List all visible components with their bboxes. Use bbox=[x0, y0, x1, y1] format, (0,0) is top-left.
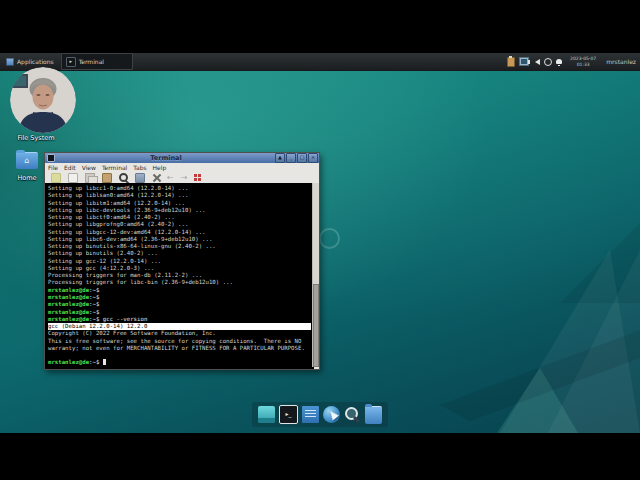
terminal-scrollbar[interactable] bbox=[312, 183, 319, 367]
desktop-icon-file-system[interactable]: File System bbox=[6, 134, 66, 142]
prompt-suffix: :~$ bbox=[89, 287, 99, 293]
back-icon[interactable]: ← bbox=[167, 174, 174, 182]
terminal-line: Setting up libgprofng0:amd64 (2.40-2) ..… bbox=[48, 221, 314, 228]
prompt-suffix: :~$ bbox=[89, 309, 99, 315]
applications-icon bbox=[6, 58, 14, 66]
desktop-icon-home[interactable]: Home bbox=[6, 174, 48, 182]
terminal-line: Setting up binutils (2.40-2) ... bbox=[48, 250, 314, 257]
terminal-line: mrstanlez@de:~$ bbox=[48, 359, 314, 366]
terminal-line: Setting up libc-devtools (2.36-9+deb12u1… bbox=[48, 207, 314, 214]
terminal-line: mrstanlez@de:~$ bbox=[48, 287, 314, 294]
prompt-user: mrstanlez@de bbox=[48, 294, 89, 300]
terminal-line: Setting up libgcc-12-dev:amd64 (12.2.0-1… bbox=[48, 229, 314, 236]
show-desktop-icon[interactable] bbox=[258, 406, 275, 423]
terminal-window: Terminal ▲ _ □ × FileEditViewTerminalTab… bbox=[44, 152, 320, 370]
terminal-cursor bbox=[103, 359, 106, 365]
terminal-line: mrstanlez@de:~$ bbox=[48, 301, 314, 308]
home-folder-icon[interactable]: ⌂ bbox=[16, 152, 38, 169]
scrollbar-thumb[interactable] bbox=[313, 284, 319, 367]
power-manager-icon[interactable] bbox=[544, 58, 552, 66]
clock[interactable]: 2023-05-07 01:33 bbox=[570, 56, 596, 66]
dock: ▸_ bbox=[252, 402, 388, 427]
prompt-user: mrstanlez@de bbox=[48, 359, 89, 365]
web-browser-icon[interactable] bbox=[323, 406, 340, 423]
quit-icon[interactable] bbox=[194, 174, 202, 182]
terminal-line: Setting up libcc1-0:amd64 (12.2.0-14) ..… bbox=[48, 185, 314, 192]
menu-file[interactable]: File bbox=[45, 164, 61, 171]
clipboard-icon[interactable] bbox=[507, 57, 515, 67]
panel-username: mrstanlez bbox=[606, 58, 636, 65]
notifications-icon[interactable] bbox=[556, 59, 562, 64]
forward-icon[interactable]: → bbox=[181, 174, 188, 182]
prompt-suffix: :~$ bbox=[89, 316, 99, 322]
copy-icon[interactable] bbox=[85, 173, 95, 183]
letterbox-bottom bbox=[0, 433, 640, 480]
window-icon bbox=[47, 154, 55, 162]
text-editor-icon[interactable] bbox=[302, 406, 319, 423]
app-finder-icon[interactable] bbox=[344, 406, 361, 423]
prompt-suffix: :~$ bbox=[89, 359, 99, 365]
prompt-user: mrstanlez@de bbox=[48, 316, 89, 322]
terminal-line: gcc (Debian 12.2.0-14) 12.2.0 bbox=[48, 323, 311, 330]
window-title: Terminal bbox=[57, 154, 275, 162]
search-icon[interactable] bbox=[119, 173, 128, 182]
terminal-line: This is free software; see the source fo… bbox=[48, 338, 314, 345]
menu-tabs[interactable]: Tabs bbox=[130, 164, 149, 171]
video-frame: Applications ▸ Terminal 2023-05-07 01:33… bbox=[0, 0, 640, 480]
prompt-user: mrstanlez@de bbox=[48, 309, 89, 315]
webcam-overlay bbox=[10, 67, 76, 133]
applications-label: Applications bbox=[17, 58, 54, 65]
system-tray: 2023-05-07 01:33 mrstanlez bbox=[507, 56, 640, 66]
close-tab-icon[interactable] bbox=[152, 174, 160, 182]
terminal-line: mrstanlez@de:~$ gcc --version bbox=[48, 316, 314, 323]
webcam-video bbox=[10, 67, 76, 133]
menu-view[interactable]: View bbox=[79, 164, 99, 171]
minimize-button[interactable]: _ bbox=[286, 153, 296, 163]
prompt-user: mrstanlez@de bbox=[48, 301, 89, 307]
wallpaper-ring bbox=[319, 228, 340, 249]
terminal-line: warranty; not even for MERCHANTABILITY o… bbox=[48, 345, 314, 352]
top-panel: Applications ▸ Terminal 2023-05-07 01:33… bbox=[0, 53, 640, 71]
terminal-line: Copyright (C) 2022 Free Software Foundat… bbox=[48, 330, 314, 337]
menu-edit[interactable]: Edit bbox=[61, 164, 79, 171]
menu-help[interactable]: Help bbox=[150, 164, 170, 171]
terminal-line bbox=[48, 352, 314, 359]
terminal-line: Setting up binutils-x86-64-linux-gnu (2.… bbox=[48, 243, 314, 250]
terminal-line: Setting up libc6-dev:amd64 (2.36-9+deb12… bbox=[48, 236, 314, 243]
terminal-line: Setting up libitm1:amd64 (12.2.0-14) ... bbox=[48, 200, 314, 207]
terminal-screen[interactable]: Setting up libcc1-0:amd64 (12.2.0-14) ..… bbox=[45, 183, 314, 369]
paste-icon[interactable] bbox=[102, 173, 112, 183]
new-tab-icon[interactable] bbox=[68, 173, 78, 183]
taskbar-terminal-button[interactable]: ▸ Terminal bbox=[61, 53, 133, 70]
letterbox-top bbox=[0, 0, 640, 53]
menu-terminal[interactable]: Terminal bbox=[99, 164, 130, 171]
prompt-user: mrstanlez@de bbox=[48, 287, 89, 293]
terminal-line: mrstanlez@de:~$ bbox=[48, 294, 314, 301]
shade-button[interactable]: ▲ bbox=[275, 153, 285, 163]
command-text: gcc --version bbox=[99, 316, 147, 322]
terminal-line: Setting up libctf0:amd64 (2.40-2) ... bbox=[48, 214, 314, 221]
close-button[interactable]: × bbox=[308, 153, 318, 163]
taskbar-terminal-label: Terminal bbox=[79, 58, 104, 65]
terminal-line: Setting up gcc-12 (12.2.0-14) ... bbox=[48, 258, 314, 265]
clock-time: 01:33 bbox=[577, 62, 590, 67]
terminal-launcher-icon[interactable]: ▸_ bbox=[279, 405, 298, 424]
terminal-line: Setting up gcc (4:12.2.0-3) ... bbox=[48, 265, 314, 272]
prompt-suffix: :~$ bbox=[89, 294, 99, 300]
new-terminal-icon[interactable] bbox=[51, 173, 61, 183]
fullscreen-icon[interactable] bbox=[135, 173, 145, 183]
terminal-line: Processing triggers for man-db (2.11.2-2… bbox=[48, 272, 314, 279]
maximize-button[interactable]: □ bbox=[297, 153, 307, 163]
terminal-line: Processing triggers for libc-bin (2.36-9… bbox=[48, 279, 314, 286]
terminal-line: mrstanlez@de:~$ bbox=[48, 309, 314, 316]
prompt-suffix: :~$ bbox=[89, 301, 99, 307]
volume-icon[interactable] bbox=[535, 59, 540, 65]
terminal-line: Setting up liblsan0:amd64 (12.2.0-14) ..… bbox=[48, 192, 314, 199]
file-manager-icon[interactable] bbox=[365, 406, 382, 424]
terminal-task-icon: ▸ bbox=[66, 57, 76, 67]
